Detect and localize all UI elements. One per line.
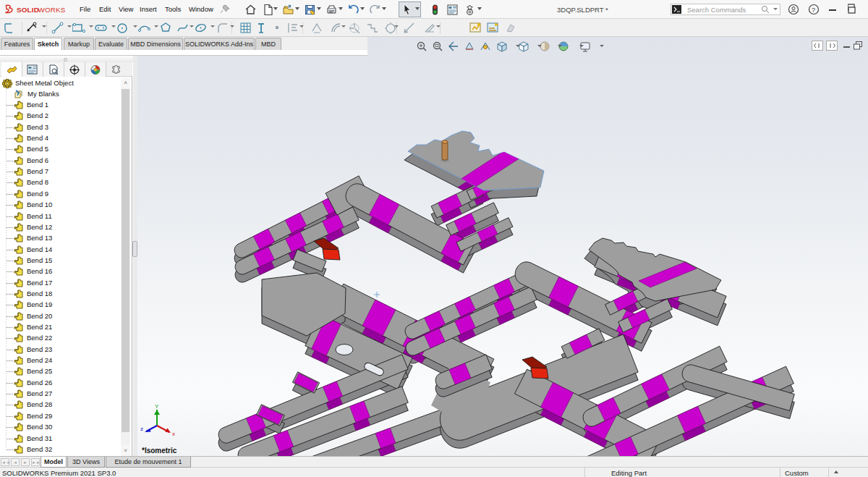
- svg-text:SOLID: SOLID: [17, 6, 39, 14]
- svg-text:z: z: [140, 426, 143, 432]
- svg-text:x: x: [172, 431, 175, 437]
- svg-text:Y: Y: [155, 403, 159, 410]
- svg-text:?: ?: [812, 7, 815, 14]
- svg-text:WORKS: WORKS: [38, 6, 66, 14]
